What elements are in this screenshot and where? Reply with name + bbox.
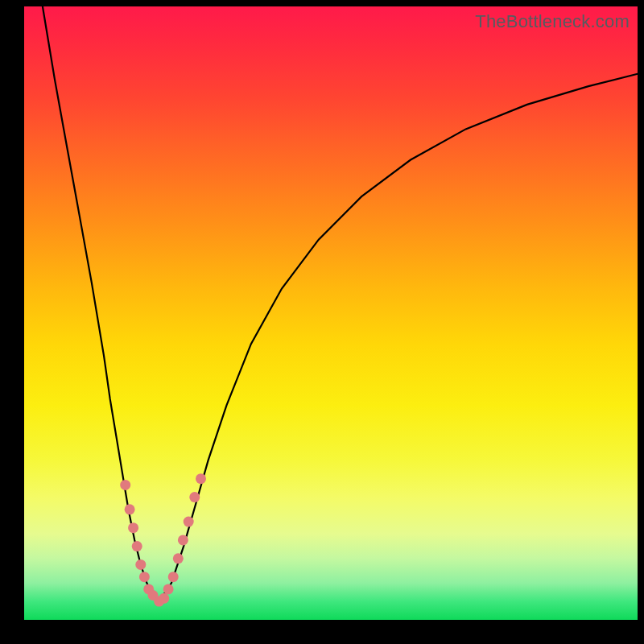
marker-dot <box>178 535 188 545</box>
marker-dot <box>139 572 150 582</box>
marker-dot <box>125 504 135 514</box>
marker-dot <box>184 517 194 527</box>
marker-dot <box>173 553 184 564</box>
marker-dot <box>132 541 142 551</box>
plot-area: TheBottleneck.com <box>24 6 638 620</box>
marker-dot <box>168 572 179 582</box>
curve-left-branch <box>43 6 159 601</box>
marker-group <box>120 473 206 606</box>
marker-dot <box>189 492 200 502</box>
marker-dot <box>159 593 169 604</box>
curve-layer <box>24 6 638 620</box>
marker-dot <box>135 559 146 570</box>
marker-dot <box>163 584 174 594</box>
marker-dot <box>120 480 130 490</box>
marker-dot <box>128 522 138 533</box>
curve-right-branch <box>159 74 638 601</box>
marker-dot <box>196 473 206 484</box>
chart-frame: TheBottleneck.com <box>0 0 644 644</box>
